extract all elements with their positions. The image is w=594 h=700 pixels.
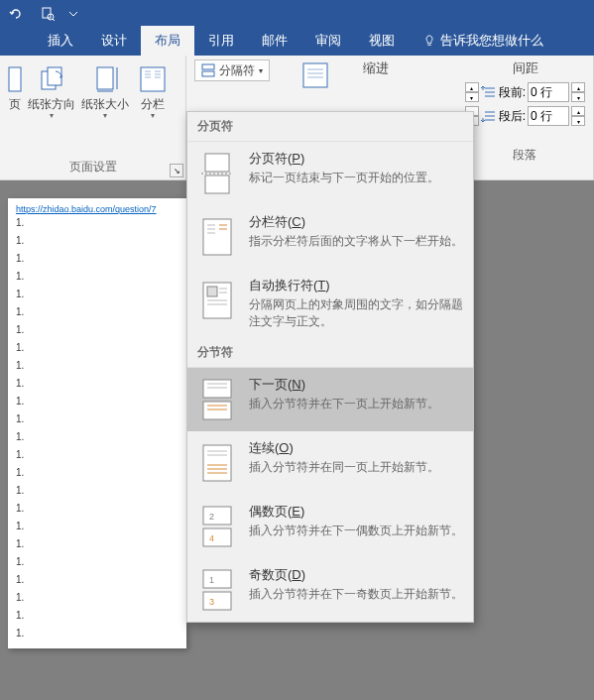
- paragraph-icon: [299, 59, 331, 91]
- svg-rect-61: [203, 592, 231, 610]
- svg-text:4: 4: [209, 533, 214, 543]
- svg-rect-5: [48, 67, 61, 85]
- breaks-button[interactable]: 分隔符 ▾: [194, 59, 270, 81]
- column-break-icon: [197, 213, 237, 261]
- next-page-item[interactable]: 下一页(N) 插入分节符并在下一页上开始新节。: [187, 368, 473, 431]
- indent-left-up[interactable]: ▴: [465, 82, 479, 92]
- tab-mailings[interactable]: 邮件: [248, 26, 301, 56]
- continuous-icon: [197, 439, 237, 487]
- text-wrapping-item[interactable]: 自动换行符(T) 分隔网页上的对象周围的文字，如分隔题注文字与正文。: [187, 269, 473, 338]
- svg-rect-55: [203, 507, 231, 525]
- size-label: 纸张大小: [81, 97, 129, 111]
- list-item: 1.: [16, 500, 178, 518]
- svg-rect-31: [203, 219, 231, 255]
- spacing-after-input[interactable]: [528, 106, 569, 126]
- columns-label: 分栏: [141, 97, 165, 111]
- continuous-item[interactable]: 连续(O) 插入分节符并在同一页上开始新节。: [187, 431, 473, 495]
- margins-button[interactable]: 页: [6, 59, 24, 115]
- size-button[interactable]: 纸张大小 ▾: [79, 59, 131, 124]
- tab-view[interactable]: 视图: [355, 26, 409, 56]
- page-setup-dialog-launcher[interactable]: ↘: [170, 164, 183, 177]
- spacing-after-down[interactable]: ▾: [571, 116, 585, 126]
- spacing-before-icon: [481, 84, 497, 100]
- odd-page-item[interactable]: 13 奇数页(D) 插入分节符并在下一奇数页上开始新节。: [187, 558, 473, 622]
- columns-button[interactable]: 分栏 ▾: [133, 59, 173, 124]
- list-item: 1.: [16, 339, 178, 357]
- even-page-item[interactable]: 24 偶数页(E) 插入分节符并在下一偶数页上开始新节。: [187, 495, 473, 558]
- list-item: 1.: [16, 286, 178, 303]
- breaks-dropdown: 分页符 分页符(P) 标记一页结束与下一页开始的位置。 分栏符(C) 指示分栏符…: [186, 111, 474, 623]
- svg-rect-6: [97, 67, 113, 89]
- text-wrapping-desc: 分隔网页上的对象周围的文字，如分隔题注文字与正文。: [249, 296, 463, 330]
- list-item: 1.: [16, 571, 178, 589]
- page-break-item[interactable]: 分页符(P) 标记一页结束与下一页开始的位置。: [187, 142, 473, 205]
- qat-dropdown-icon[interactable]: [67, 2, 79, 26]
- chevron-down-icon: ▾: [259, 66, 263, 75]
- tell-me-input[interactable]: 告诉我您想做什么: [409, 26, 557, 56]
- list-item: 1.: [16, 303, 178, 321]
- list-item: 1.: [16, 518, 178, 535]
- breaks-label: 分隔符: [219, 62, 255, 79]
- indent-left-down[interactable]: ▾: [465, 92, 479, 102]
- page-breaks-section-header: 分页符: [187, 112, 473, 142]
- page-setup-group-label: 页面设置: [6, 157, 179, 177]
- spacing-after-icon: [481, 108, 497, 124]
- breaks-icon: [201, 63, 215, 77]
- spacing-after-label: 段后:: [499, 108, 526, 125]
- page-break-title: 分页符(P): [249, 150, 463, 168]
- document-hyperlink[interactable]: https://zhidao.baidu.com/question/7: [16, 204, 178, 214]
- list-item: 1.: [16, 250, 178, 268]
- document-page[interactable]: https://zhidao.baidu.com/question/7 1.1.…: [8, 198, 186, 648]
- quick-access-toolbar: [0, 0, 594, 28]
- list-item: 1.: [16, 625, 178, 642]
- chevron-down-icon: ▾: [103, 111, 107, 120]
- odd-page-title: 奇数页(D): [249, 566, 463, 584]
- chevron-down-icon: ▾: [151, 111, 155, 120]
- print-preview-button[interactable]: [36, 2, 59, 26]
- svg-text:2: 2: [209, 512, 214, 522]
- svg-rect-43: [203, 380, 231, 398]
- svg-rect-18: [303, 63, 327, 87]
- list-item: 1.: [16, 321, 178, 339]
- list-item: 1.: [16, 410, 178, 428]
- list-item: 1.: [16, 375, 178, 393]
- spacing-before-input[interactable]: [528, 82, 569, 102]
- orientation-button[interactable]: 纸张方向 ▾: [26, 59, 77, 124]
- odd-page-icon: 13: [197, 566, 237, 614]
- tab-design[interactable]: 设计: [87, 26, 141, 56]
- svg-rect-9: [141, 67, 165, 91]
- list-item: 1.: [16, 464, 178, 482]
- svg-rect-29: [205, 175, 229, 193]
- svg-rect-59: [203, 570, 231, 588]
- tab-references[interactable]: 引用: [194, 26, 248, 56]
- svg-line-2: [53, 19, 55, 21]
- svg-text:3: 3: [209, 597, 214, 607]
- list-item: 1.: [16, 214, 178, 232]
- spacing-before-down[interactable]: ▾: [571, 92, 585, 102]
- list-item: 1.: [16, 268, 178, 286]
- ribbon-tabs: 插入 设计 布局 引用 邮件 审阅 视图 告诉我您想做什么: [0, 28, 594, 56]
- svg-rect-57: [203, 528, 231, 546]
- text-wrapping-title: 自动换行符(T): [249, 277, 463, 294]
- spacing-before-up[interactable]: ▴: [571, 82, 585, 92]
- spacing-after-up[interactable]: ▴: [571, 106, 585, 116]
- page-break-icon: [197, 150, 237, 197]
- svg-rect-16: [202, 64, 214, 69]
- even-page-desc: 插入分节符并在下一偶数页上开始新节。: [249, 523, 463, 539]
- paragraph-group-label: 段落: [465, 145, 585, 166]
- even-page-title: 偶数页(E): [249, 503, 463, 521]
- undo-button[interactable]: [4, 2, 28, 26]
- column-break-item[interactable]: 分栏符(C) 指示分栏符后面的文字将从下一栏开始。: [187, 205, 473, 269]
- list-item: 1.: [16, 607, 178, 625]
- column-break-desc: 指示分栏符后面的文字将从下一栏开始。: [249, 233, 463, 250]
- continuous-title: 连续(O): [249, 439, 463, 457]
- svg-text:1: 1: [209, 575, 214, 585]
- odd-page-desc: 插入分节符并在下一奇数页上开始新节。: [249, 586, 463, 603]
- tab-layout[interactable]: 布局: [141, 26, 194, 56]
- svg-rect-46: [203, 402, 231, 419]
- list-item: 1.: [16, 589, 178, 607]
- tab-insert[interactable]: 插入: [34, 26, 87, 56]
- list-item: 1.: [16, 393, 178, 410]
- tab-review[interactable]: 审阅: [301, 26, 355, 56]
- list-item: 1.: [16, 232, 178, 250]
